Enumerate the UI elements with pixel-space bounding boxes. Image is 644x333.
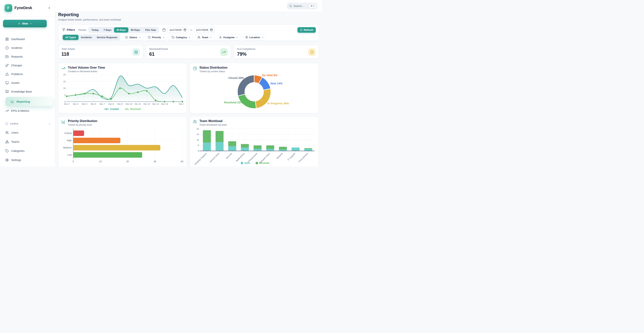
stat-label: Total Tickets [62, 48, 140, 50]
period-option-30-days[interactable]: 30 Days [114, 27, 128, 32]
filter-dropdown-category[interactable]: Category [169, 34, 193, 40]
svg-text:In Progress 26%: In Progress 26% [268, 102, 289, 105]
svg-text:15: 15 [99, 160, 102, 163]
search-input[interactable]: Search... ⌘ K [287, 3, 317, 9]
date-to-input[interactable]: 12/17/2025 [194, 27, 215, 33]
svg-text:5: 5 [64, 94, 66, 96]
page-title: Reporting [58, 12, 79, 17]
period-option-90-days[interactable]: 90 Days [128, 27, 142, 32]
chevron-down-icon [210, 36, 212, 38]
team-bar-resolved [279, 147, 287, 150]
clock-icon [308, 48, 316, 56]
chart-card-ticket-volume: Ticket Volume Over Time Created vs Resol… [58, 63, 187, 114]
filters-row-type: All TypesIncidentsService Requests Statu… [62, 34, 316, 40]
bar-chart-icon [62, 120, 66, 124]
type-option-incidents[interactable]: Incidents [78, 35, 94, 40]
svg-text:Dec 8: Dec 8 [108, 103, 114, 105]
period-segmented-control: Today7 Days30 Days90 DaysThis Year [88, 27, 159, 33]
trending-up-icon [62, 66, 66, 70]
team-bar-resolved [254, 146, 262, 149]
team-bar-open [228, 146, 236, 151]
filter-dropdown-assignee[interactable]: Assignee [216, 34, 241, 40]
svg-text:24: 24 [196, 133, 199, 136]
dropdown-label: Location [250, 36, 260, 39]
chart-subtitle: Tickets by current status [200, 70, 228, 73]
svg-text:IT Support: IT Support [287, 152, 296, 161]
sidebar-item-categories[interactable]: Categories [0, 148, 55, 154]
sidebar-item-assets[interactable]: Assets [0, 80, 55, 86]
type-option-service-requests[interactable]: Service Requests [94, 35, 120, 40]
sidebar-item-label: Knowledge Base [11, 90, 32, 93]
sidebar-item-label: Categories [11, 150, 24, 152]
svg-text:0: 0 [64, 100, 66, 103]
dropdown-label: Team [202, 36, 208, 39]
sidebar-item-label: Teams [11, 140, 20, 143]
svg-text:New 14%: New 14% [270, 82, 282, 85]
sidebar-item-changes[interactable]: Changes [0, 62, 55, 69]
sidebar-item-label: Dashboard [11, 38, 25, 41]
svg-text:Applications: Applications [235, 152, 245, 162]
sidebar-item-label: Changes [11, 64, 22, 67]
period-option-today[interactable]: Today [89, 27, 101, 32]
sidebar-item-problems[interactable]: Problems [0, 71, 55, 78]
sidebar-item-requests[interactable]: Requests [0, 53, 55, 60]
svg-text:Dec 13: Dec 13 [152, 103, 159, 105]
svg-text:16: 16 [196, 139, 199, 141]
stat-card-resolved-closed: Resolved/Closed 61 [146, 45, 231, 59]
svg-text:High: High [67, 139, 72, 142]
sidebar-item-incidents[interactable]: Incidents [0, 44, 55, 51]
brand-logo: F [4, 4, 12, 12]
svg-text:20: 20 [63, 74, 66, 76]
sidebar-item-dashboard[interactable]: Dashboard [0, 36, 55, 42]
sidebar-item-label: Users [11, 131, 18, 134]
date-from-input[interactable]: 11/17/2025 [167, 27, 188, 33]
chevron-down-icon [162, 36, 165, 38]
filter-dropdown-location[interactable]: Location [243, 34, 266, 40]
chart-title: Status Distribution [200, 66, 228, 70]
svg-text:Infrastructure: Infrastructure [247, 152, 258, 163]
svg-text:Service Desk: Service Desk [209, 152, 220, 163]
filter-dropdown-team[interactable]: Team [195, 34, 214, 40]
refresh-button-label: Refresh [304, 28, 313, 31]
sidebar-item-knowledge-base[interactable]: Knowledge Base [0, 88, 55, 95]
refresh-button[interactable]: Refresh [298, 27, 316, 33]
svg-text:Dec 5: Dec 5 [82, 103, 87, 105]
svg-text:30: 30 [126, 160, 129, 163]
svg-text:Open: Open [244, 162, 250, 164]
stat-label: Resolved/Closed [149, 48, 228, 50]
svg-text:Resolved 23%: Resolved 23% [224, 101, 243, 104]
sidebar-header: F FyneDesk [0, 0, 55, 17]
priority-distribution-chart: 015304560CriticalHighMediumLow [62, 126, 184, 166]
svg-text:Dec 11: Dec 11 [134, 103, 141, 105]
date-to-value: 12/17/2025 [196, 28, 208, 31]
plus-icon [18, 22, 20, 25]
team-bar-resolved [241, 144, 249, 148]
sidebar-item-settings[interactable]: Settings [0, 156, 55, 164]
svg-text:15: 15 [63, 80, 66, 83]
sidebar-item-users[interactable]: Users [0, 129, 55, 136]
svg-text:On Hold 8%: On Hold 8% [262, 74, 277, 77]
new-button[interactable]: New [3, 20, 47, 27]
network-icon [5, 140, 9, 144]
filter-dropdown-status[interactable]: Status [122, 34, 143, 40]
sidebar-item-label: Settings [11, 158, 21, 162]
shield-icon [5, 122, 8, 125]
chevron-down-icon [236, 36, 238, 38]
type-option-all-types[interactable]: All Types [63, 35, 78, 40]
folder-open-icon [5, 55, 9, 58]
filter-dropdown-priority[interactable]: Priority [146, 34, 167, 40]
svg-text:Procurement: Procurement [298, 152, 309, 163]
chevron-down-icon [188, 36, 191, 38]
chart-subtitle: Created vs Resolved tickets [68, 70, 105, 73]
chart-card-priority-distribution: Priority Distribution Tickets by priorit… [58, 116, 187, 166]
period-option-7-days[interactable]: 7 Days [101, 27, 114, 32]
period-option-this-year[interactable]: This Year [142, 27, 158, 32]
team-bar-resolved [216, 131, 224, 142]
chevron-up-icon[interactable] [48, 122, 51, 125]
sidebar-item-reporting[interactable]: Reporting [6, 97, 52, 106]
sidebar-collapse-button[interactable] [47, 6, 51, 10]
sidebar-item-teams[interactable]: Teams [0, 138, 55, 145]
topbar: Search... ⌘ K [55, 0, 322, 12]
sidebar-item-kpis-metrics[interactable]: KPIs & Metrics [0, 108, 55, 114]
team-bar-open [304, 149, 312, 151]
